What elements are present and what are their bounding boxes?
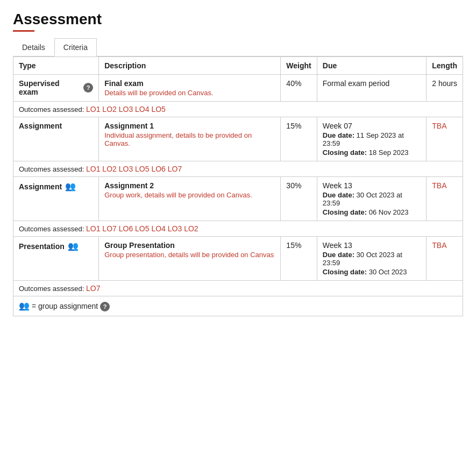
desc-subtitle-assignment1: Individual assignment, details to be pro… <box>104 131 275 147</box>
footer-row: 👥 = group assignment ? <box>13 296 463 316</box>
desc-cell-assignment2: Assignment 2 Group work, details will be… <box>99 177 281 221</box>
outcomes-cell-assignment2: Outcomes assessed: LO1 LO7 LO6 LO5 LO4 L… <box>13 221 463 237</box>
outcome-link-lo5-a1[interactable]: LO5 <box>135 165 149 173</box>
outcome-link-lo7-a1[interactable]: LO7 <box>168 165 182 173</box>
outcomes-label-assignment1: Outcomes assessed: <box>19 165 86 173</box>
outcome-link-lo1-a2[interactable]: LO1 <box>86 224 100 233</box>
outcome-link-lo7-presentation[interactable]: LO7 <box>86 284 100 293</box>
outcome-link-lo7-a2[interactable]: LO7 <box>102 224 116 233</box>
outcome-link-lo3-a2[interactable]: LO3 <box>168 224 182 233</box>
outcome-link-lo3-supervised[interactable]: LO3 <box>119 105 133 114</box>
outcome-link-lo5-supervised[interactable]: LO5 <box>151 105 165 114</box>
due-week-assignment1: Week 07 <box>323 122 421 130</box>
closing-date-assignment1: Closing date: 18 Sep 2023 <box>323 148 421 157</box>
due-date-assignment1: Due date: 11 Sep 2023 at 23:59 <box>323 131 421 147</box>
group-icon-footer: 👥 <box>19 301 30 310</box>
help-icon-footer[interactable]: ? <box>100 302 110 311</box>
outcome-link-lo6-a2[interactable]: LO6 <box>119 224 133 233</box>
col-weight: Weight <box>281 57 317 75</box>
weight-cell-presentation: 15% <box>281 237 317 281</box>
footer-text: = group assignment <box>32 302 100 310</box>
table-row: Assignment 👥 Assignment 2 Group work, de… <box>13 177 463 221</box>
table-row: Presentation 👥 Group Presentation Group … <box>13 237 463 281</box>
desc-cell-supervised: Final exam Details will be provided on C… <box>99 75 281 102</box>
outcomes-row-assignment2: Outcomes assessed: LO1 LO7 LO6 LO5 LO4 L… <box>13 221 463 237</box>
type-cell-presentation: Presentation 👥 <box>13 237 99 281</box>
due-date-presentation: Due date: 30 Oct 2023 at 23:59 <box>323 251 421 267</box>
outcomes-cell-supervised: Outcomes assessed: LO1 LO2 LO3 LO4 LO5 <box>13 102 463 117</box>
page-title: Assessment <box>13 11 463 28</box>
outcomes-row-presentation: Outcomes assessed: LO7 <box>13 281 463 296</box>
weight-cell-assignment2: 30% <box>281 177 317 221</box>
desc-title-supervised: Final exam <box>104 79 275 88</box>
outcomes-label-assignment2: Outcomes assessed: <box>19 225 86 233</box>
outcome-link-lo4-supervised[interactable]: LO4 <box>135 105 149 114</box>
assessment-table: Type Description Weight Due Length Super… <box>13 56 463 316</box>
due-week-presentation: Week 13 <box>323 241 421 250</box>
outcome-link-lo2-supervised[interactable]: LO2 <box>102 105 116 114</box>
closing-date-assignment2: Closing date: 06 Nov 2023 <box>323 208 421 216</box>
table-row: Supervised exam ? Final exam Details wil… <box>13 75 463 102</box>
length-cell-assignment1: TBA <box>427 117 463 161</box>
desc-title-assignment2: Assignment 2 <box>104 181 275 190</box>
desc-cell-assignment1: Assignment 1 Individual assignment, deta… <box>99 117 281 161</box>
outcomes-cell-presentation: Outcomes assessed: LO7 <box>13 281 463 296</box>
due-cell-supervised: Formal exam period <box>317 75 427 102</box>
outcome-link-lo2-a1[interactable]: LO2 <box>102 165 116 173</box>
title-underline <box>13 30 34 32</box>
desc-cell-presentation: Group Presentation Group presentation, d… <box>99 237 281 281</box>
type-label-assignment2: Assignment <box>19 182 62 191</box>
due-cell-assignment1: Week 07 Due date: 11 Sep 2023 at 23:59 C… <box>317 117 427 161</box>
due-week-assignment2: Week 13 <box>323 181 421 190</box>
outcomes-label-presentation: Outcomes assessed: <box>19 285 86 293</box>
outcome-link-lo5-a2[interactable]: LO5 <box>135 224 149 233</box>
outcome-link-lo1-a1[interactable]: LO1 <box>86 165 100 173</box>
outcomes-cell-assignment1: Outcomes assessed: LO1 LO2 LO3 LO5 LO6 L… <box>13 161 463 177</box>
type-label-presentation: Presentation <box>19 242 65 251</box>
outcome-link-lo3-a1[interactable]: LO3 <box>119 165 133 173</box>
type-cell-supervised: Supervised exam ? <box>13 75 99 102</box>
col-due: Due <box>317 57 427 75</box>
outcome-link-lo1-supervised[interactable]: LO1 <box>86 105 100 114</box>
weight-cell-supervised: 40% <box>281 75 317 102</box>
outcomes-row-supervised: Outcomes assessed: LO1 LO2 LO3 LO4 LO5 <box>13 102 463 117</box>
desc-subtitle-presentation: Group presentation, details will be prov… <box>104 251 275 259</box>
outcome-link-lo4-a2[interactable]: LO4 <box>151 224 165 233</box>
tab-bar: Details Criteria <box>13 38 463 56</box>
desc-subtitle-assignment2: Group work, details will be provided on … <box>104 191 275 199</box>
length-cell-assignment2: TBA <box>427 177 463 221</box>
col-description: Description <box>99 57 281 75</box>
length-cell-supervised: 2 hours <box>427 75 463 102</box>
tab-criteria[interactable]: Criteria <box>54 38 97 56</box>
type-label-assignment1: Assignment <box>19 122 62 130</box>
tab-details[interactable]: Details <box>13 38 54 56</box>
col-type: Type <box>13 57 99 75</box>
desc-subtitle-supervised: Details will be provided on Canvas. <box>104 89 275 97</box>
col-length: Length <box>427 57 463 75</box>
table-row: Assignment Assignment 1 Individual assig… <box>13 117 463 161</box>
outcome-link-lo2-a2[interactable]: LO2 <box>184 224 198 233</box>
outcomes-label-supervised: Outcomes assessed: <box>19 105 86 114</box>
due-cell-assignment2: Week 13 Due date: 30 Oct 2023 at 23:59 C… <box>317 177 427 221</box>
desc-title-presentation: Group Presentation <box>104 241 275 250</box>
length-cell-presentation: TBA <box>427 237 463 281</box>
outcomes-row-assignment1: Outcomes assessed: LO1 LO2 LO3 LO5 LO6 L… <box>13 161 463 177</box>
group-icon-assignment2: 👥 <box>65 181 76 192</box>
group-icon-presentation: 👥 <box>68 241 79 251</box>
footer-cell: 👥 = group assignment ? <box>13 296 463 316</box>
due-date-assignment2: Due date: 30 Oct 2023 at 23:59 <box>323 191 421 207</box>
type-cell-assignment2: Assignment 👥 <box>13 177 99 221</box>
desc-title-assignment1: Assignment 1 <box>104 122 275 130</box>
type-label-supervised: Supervised exam <box>19 79 80 96</box>
weight-cell-assignment1: 15% <box>281 117 317 161</box>
help-icon-supervised[interactable]: ? <box>83 83 93 93</box>
outcome-link-lo6-a1[interactable]: LO6 <box>151 165 165 173</box>
due-cell-presentation: Week 13 Due date: 30 Oct 2023 at 23:59 C… <box>317 237 427 281</box>
type-cell-assignment1: Assignment <box>13 117 99 161</box>
closing-date-presentation: Closing date: 30 Oct 2023 <box>323 268 421 276</box>
